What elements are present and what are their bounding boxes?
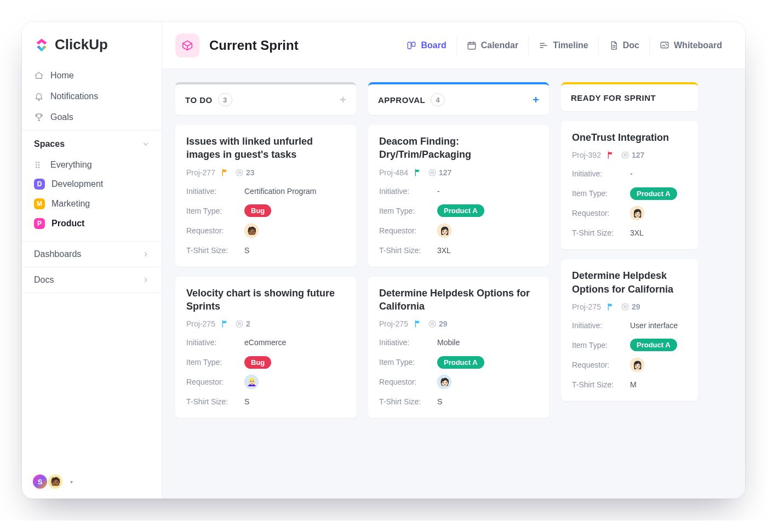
nav-label: Docs [34,275,54,285]
nav-dashboards[interactable]: Dashboards [22,241,162,267]
space-everything[interactable]: Everything [27,156,156,174]
task-card[interactable]: Deacom Finding: Dry/Trim/Packaging Proj-… [368,125,549,267]
score: 29 [621,302,640,311]
card-meta: Proj-275 29 [379,319,538,328]
card-meta: Proj-275 29 [572,302,687,311]
card-title: OneTrust Integration [572,131,687,144]
field-label: Requestor: [572,209,630,218]
field-label: Requestor: [186,226,244,235]
field-label: Initiative: [186,187,244,196]
task-card[interactable]: Velocity chart is showing future Sprints… [175,277,356,419]
field-label: T-Shirt Size: [572,380,630,389]
space-label: Development [51,179,103,189]
task-card[interactable]: Determine Helpdesk Options for Californi… [561,259,698,401]
column-header[interactable]: APPROVAL 4+ [368,82,549,115]
field-label: Item Type: [379,207,437,215]
space-item-product[interactable]: P Product [27,214,156,233]
svg-point-4 [36,167,37,168]
requestor-avatar: 👩🏻 [630,206,644,220]
board-column: APPROVAL 4+ Deacom Finding: Dry/Trim/Pac… [368,82,549,499]
flag-icon [606,302,615,311]
space-item-marketing[interactable]: M Marketing [27,194,156,214]
brand-logo[interactable]: ClickUp [22,22,162,63]
tab-board[interactable]: Board [397,36,456,55]
calendar-icon [467,41,477,50]
field-label: Item Type: [572,189,630,198]
sidebar: ClickUp Home Notifications Goals Spaces [22,22,162,499]
initiative-value: Mobile [437,338,460,347]
flag-icon [221,319,230,328]
card-title: Determine Helpdesk Options for Californi… [572,269,687,296]
view-tabs: BoardCalendarTimelineDocWhiteboard [397,36,732,55]
field-label: T-Shirt Size: [379,246,437,255]
space-item-development[interactable]: D Development [27,174,156,194]
requestor-avatar: 👩🏻 [630,358,644,372]
space-color-icon: M [34,198,45,209]
tab-calendar[interactable]: Calendar [456,36,528,55]
add-card-button[interactable]: + [533,94,539,106]
trophy-icon [34,112,44,122]
score: 2 [235,319,250,328]
score: 23 [235,168,255,177]
nav-goals[interactable]: Goals [25,107,158,128]
item-type-badge: Product A [437,356,484,369]
svg-point-5 [38,167,40,168]
tab-timeline[interactable]: Timeline [528,36,598,55]
brand-name: ClickUp [55,36,108,53]
task-card[interactable]: Determine Helpdesk Options for Californi… [368,277,549,419]
tab-doc[interactable]: Doc [598,36,649,55]
star-icon [428,319,437,328]
sidebar-user-stack[interactable]: S 🧑🏾 ▾ [22,465,162,499]
doc-icon [609,41,619,50]
spaces-section-header[interactable]: Spaces [22,130,162,155]
section-title: Spaces [34,139,65,149]
column-title: TO DO [185,95,213,105]
tab-whiteboard[interactable]: Whiteboard [649,36,732,55]
item-type-badge: Product A [630,187,677,200]
project-id: Proj-277 [186,168,215,177]
svg-rect-8 [468,42,476,49]
add-card-button[interactable]: + [340,94,346,106]
column-header[interactable]: TO DO 3+ [175,82,356,115]
svg-point-13 [429,321,436,327]
workspace-avatar: S [32,473,48,490]
nav-home[interactable]: Home [25,65,158,86]
card-meta: Proj-484 127 [379,168,538,177]
column-count: 3 [218,93,232,106]
field-label: T-Shirt Size: [186,397,244,406]
card-title: Issues with linked unfurled images in gu… [186,135,345,162]
nav-label: Home [50,71,74,81]
star-icon [621,151,629,159]
field-label: T-Shirt Size: [379,397,437,406]
nav-notifications[interactable]: Notifications [25,86,158,107]
item-type-badge: Bug [244,356,271,369]
svg-point-14 [622,152,628,158]
space-list: Everything D DevelopmentM MarketingP Pro… [22,155,162,241]
field-label: Item Type: [186,207,244,215]
chevron-down-icon [142,140,150,148]
project-id: Proj-275 [572,302,601,311]
initiative-value: Certification Program [244,187,317,196]
board-icon [407,41,416,50]
task-card[interactable]: Issues with linked unfurled images in gu… [175,125,356,267]
nav-docs[interactable]: Docs [22,267,162,293]
tshirt-value: 3XL [437,246,451,255]
initiative-value: - [437,187,440,196]
task-card[interactable]: OneTrust Integration Proj-392 127 Initia… [561,121,698,249]
field-label: Requestor: [379,226,437,235]
project-id: Proj-392 [572,151,601,159]
box-icon [181,39,193,52]
svg-point-0 [36,162,37,163]
tab-label: Doc [623,41,639,50]
svg-point-12 [429,169,436,176]
star-icon [621,302,629,311]
field-label: T-Shirt Size: [572,228,630,237]
column-header[interactable]: READY FOR SPRINT [561,82,698,111]
card-meta: Proj-275 2 [186,319,345,328]
timeline-icon [539,41,548,50]
requestor-avatar: 👱🏻‍♀️ [244,375,259,389]
nav-label: Goals [50,112,73,122]
caret-down-icon: ▾ [70,479,73,485]
board-column: READY FOR SPRINT OneTrust Integration Pr… [561,82,698,499]
space-label: Everything [50,160,92,170]
